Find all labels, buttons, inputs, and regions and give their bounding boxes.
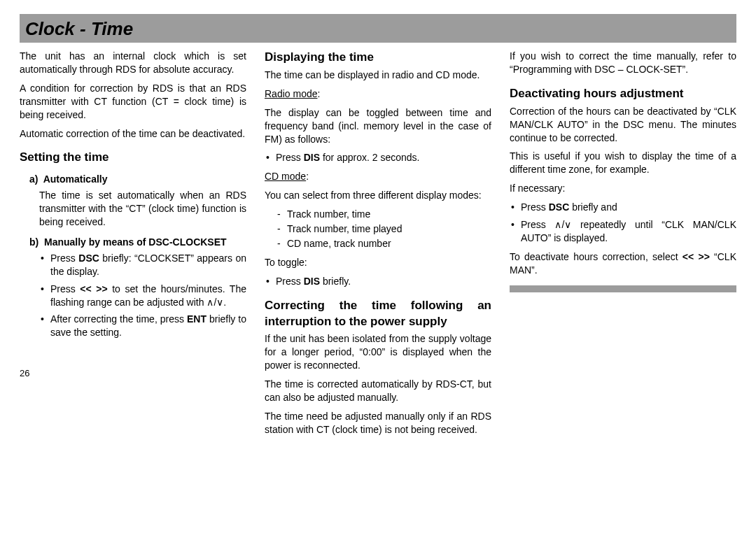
column-2: Displaying the time The time can be disp… [265, 50, 491, 442]
step-set-range: Press << >> to set the hours/minutes. Th… [39, 283, 246, 309]
up-icon: ∧ [554, 219, 561, 230]
bold: << >> [80, 283, 107, 294]
text: : [306, 171, 309, 182]
bold: DIS [304, 276, 320, 287]
text: Press [50, 283, 80, 294]
heading-setting-time: Setting the time [20, 150, 246, 166]
text: To deactivate hours correction, select [510, 251, 682, 262]
up-icon: ∧ [206, 297, 214, 308]
bold: DSC [78, 253, 99, 264]
option-a: a) Automatically [29, 173, 246, 186]
cd-mode-label: CD mode: [265, 170, 491, 183]
radio-mode-label: Radio mode: [265, 87, 491, 101]
deact-p1: Correction of the hours can be deactivat… [510, 105, 736, 145]
intro-p3: Automatic correction of the time can be … [20, 127, 246, 141]
intro-p2: A condition for correction by RDS is tha… [20, 82, 246, 122]
deact-p2: This is useful if you wish to display th… [510, 150, 736, 176]
cd-opt-3: CD name, track number [277, 237, 491, 250]
option-b-steps: Press DSC briefly: “CLOCKSET” appears on… [39, 252, 246, 339]
down-icon: ∨ [564, 219, 571, 230]
text: briefly. [320, 276, 351, 287]
text: briefly and [569, 201, 617, 213]
content-columns: The unit has an internal clock which is … [20, 50, 736, 442]
title-bar: Clock - Time [20, 14, 736, 43]
bold: ENT [187, 313, 206, 325]
cd-desc: You can select from three different disp… [265, 189, 491, 202]
correct-p3: The time need be adjusted manually only … [265, 410, 491, 436]
text: Press [50, 253, 78, 264]
bold: << >> [682, 251, 710, 262]
deact-step-dsc: Press DSC briefly and [510, 201, 736, 214]
bold: DIS [304, 152, 320, 163]
text: . [223, 297, 226, 308]
cd-opt-1: Track number, time [277, 208, 491, 221]
toggle-label: To toggle: [265, 256, 491, 269]
step-dsc: Press DSC briefly: “CLOCKSET” appears on… [39, 252, 246, 278]
page-number: 26 [20, 367, 246, 380]
option-a-label: a) Automatically [29, 173, 108, 185]
option-b: b) Manually by means of DSC-CLOCKSET [29, 236, 246, 249]
heading-displaying-time: Displaying the time [265, 50, 491, 66]
intro-p1: The unit has an internal clock which is … [20, 50, 246, 76]
display-p1: The time can be displayed in radio and C… [265, 69, 491, 82]
text: After correcting the time, press [50, 313, 187, 325]
option-a-desc: The time is set automatically when an RD… [39, 189, 246, 229]
option-b-label: b) Manually by means of DSC-CLOCKSET [29, 236, 227, 248]
radio-mode-text: Radio mode [265, 88, 318, 99]
text: : [318, 88, 321, 99]
radio-bullets: Press DIS for approx. 2 seconds. [265, 151, 491, 164]
text: Press [521, 201, 549, 213]
grey-strip-icon [510, 285, 736, 292]
heading-deactivating: Deactivating hours adjustment [510, 86, 736, 102]
toggle-step-dis: Press DIS briefly. [265, 275, 491, 288]
deact-p3: If necessary: [510, 182, 736, 195]
text: Press [276, 152, 304, 163]
step-ent: After correcting the time, press ENT bri… [39, 313, 246, 339]
deact-final: To deactivate hours correction, select <… [510, 250, 736, 277]
toggle-bullets: Press DIS briefly. [265, 275, 491, 288]
bold: DSC [549, 201, 570, 213]
text: for approx. 2 seconds. [320, 152, 419, 163]
cd-mode-text: CD mode [265, 171, 306, 182]
correct-p1: If the unit has been isolated from the s… [265, 332, 491, 372]
deact-step-arrows: Press ∧/∨ repeatedly until “CLK MAN/CLK … [510, 218, 736, 245]
cd-options: Track number, time Track number, time pl… [277, 208, 491, 250]
down-icon: ∨ [216, 297, 223, 308]
cd-opt-2: Track number, time played [277, 222, 491, 236]
text: Press [521, 219, 554, 230]
column-1: The unit has an internal clock which is … [20, 50, 246, 442]
radio-step-dis: Press DIS for approx. 2 seconds. [265, 151, 491, 164]
heading-correcting: Correcting the time following an interru… [265, 298, 491, 330]
radio-desc: The display can be toggled between time … [265, 106, 491, 146]
correct-p2: The time is corrected automatically by R… [265, 378, 491, 404]
page-title: Clock - Time [25, 17, 731, 41]
column-3: If you wish to correct the time manually… [510, 50, 736, 442]
deact-steps: Press DSC briefly and Press ∧/∨ repeated… [510, 201, 736, 245]
text: Press [276, 276, 304, 287]
manual-ref: If you wish to correct the time manually… [510, 50, 736, 76]
